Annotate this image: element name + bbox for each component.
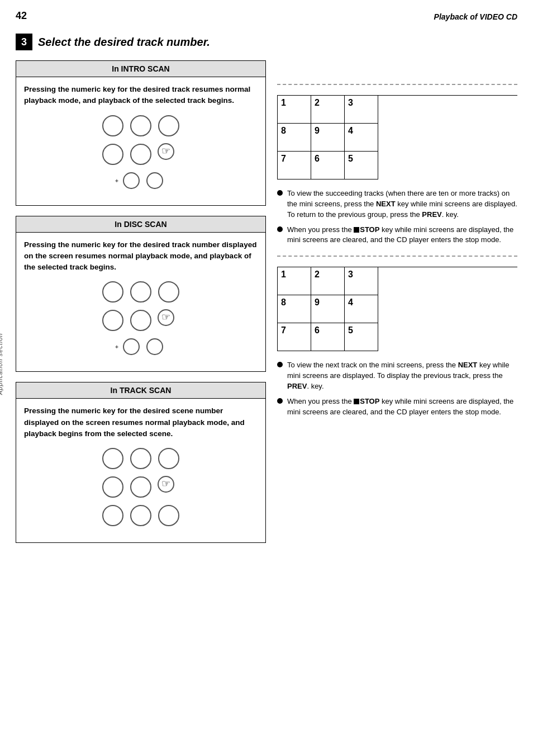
key-circle (102, 476, 123, 498)
bullet-text: When you press the STOP key while mini s… (287, 225, 517, 246)
sidebar-label: Application section (0, 333, 3, 395)
right-column: 1 2 3 8 9 4 7 6 5 To view the succeeding… (266, 34, 517, 553)
track-scan-section: In TRACK SCAN Pressing the numeric key f… (16, 382, 266, 543)
key-circle (130, 310, 151, 331)
mini-cell: 6 (311, 152, 345, 179)
disc-scan-text: Pressing the numeric key for the desired… (24, 239, 258, 273)
mini-grid-2: 1 2 3 8 9 4 7 6 5 (277, 267, 517, 351)
key-circle (158, 448, 179, 469)
left-column: 3 Select the desired track number. In IN… (16, 34, 266, 553)
track-scan-keypad: ☞ (24, 446, 258, 530)
mini-cell: 9 (311, 124, 345, 152)
bullet-item: To view the next track on the mini scree… (277, 360, 517, 392)
mini-cell: 4 (345, 295, 378, 323)
key-circle-small (146, 172, 163, 189)
dashed-separator-top (277, 84, 517, 85)
key-hand: ☞ (155, 306, 183, 334)
mini-cell: 5 (345, 152, 378, 179)
svg-text:☞: ☞ (161, 478, 170, 489)
key-circle-small (146, 338, 163, 355)
key-circle (102, 115, 123, 136)
key-circle-small (123, 172, 140, 189)
key-circle (130, 115, 151, 136)
mini-cell: 4 (345, 124, 378, 152)
mini-cell: 3 (345, 267, 378, 295)
bullet-item: When you press the STOP key while mini s… (277, 225, 517, 246)
bullet-dot (277, 362, 283, 367)
bullet-dot (277, 398, 283, 404)
key-circle-small (123, 338, 140, 355)
mini-cell: 1 (278, 267, 311, 295)
bullet-text: To view the succeeding tracks (when ther… (287, 188, 517, 220)
key-circle (158, 505, 179, 526)
step-heading: 3 Select the desired track number. (16, 34, 266, 50)
bullet-text: To view the next track on the mini scree… (287, 360, 517, 392)
key-circle (130, 448, 151, 469)
intro-scan-header: In INTRO SCAN (16, 61, 265, 77)
track-scan-body: Pressing the numeric key for the desired… (16, 399, 265, 542)
mini-cell: 3 (345, 96, 378, 124)
bullet-list-1: To view the succeeding tracks (when ther… (277, 188, 517, 245)
mini-cell: 6 (311, 323, 345, 351)
key-circle (102, 448, 123, 469)
svg-text:☞: ☞ (161, 145, 170, 157)
mini-cell: 8 (278, 295, 311, 323)
mini-cell: 7 (278, 323, 311, 351)
intro-scan-section: In INTRO SCAN Pressing the numeric key f… (16, 60, 266, 206)
key-circle (102, 144, 123, 165)
intro-scan-keypad: ☞ + (24, 114, 258, 193)
key-circle (102, 281, 123, 303)
step-badge: 3 (16, 34, 32, 50)
key-circle (102, 310, 123, 331)
mini-cell: 1 (278, 96, 311, 124)
intro-scan-body: Pressing the numeric key for the desired… (16, 77, 265, 205)
bullet-dot (277, 226, 283, 232)
key-hand: ☞ (155, 473, 183, 501)
track-scan-header: In TRACK SCAN (16, 382, 265, 399)
key-circle (158, 115, 179, 136)
svg-text:☞: ☞ (161, 311, 170, 323)
key-circle (158, 281, 179, 303)
step-title: Select the desired track number. (38, 36, 210, 49)
disc-scan-body: Pressing the numeric key for the desired… (16, 233, 265, 372)
bullet-text: When you press the STOP key while mini s… (287, 396, 517, 418)
key-circle (130, 476, 151, 498)
disc-scan-header: In DISC SCAN (16, 216, 265, 233)
intro-scan-text: Pressing the numeric key for the desired… (24, 84, 258, 107)
mini-cell: 8 (278, 124, 311, 152)
key-hand: ☞ (155, 140, 183, 168)
mini-cell: 9 (311, 295, 345, 323)
dashed-separator-mid (277, 256, 517, 257)
key-circle (102, 505, 123, 526)
disc-scan-section: In DISC SCAN Pressing the numeric key fo… (16, 216, 266, 372)
bullet-item: To view the succeeding tracks (when ther… (277, 188, 517, 220)
key-circle (130, 281, 151, 303)
plus-label: + (115, 177, 118, 184)
page-title: Playback of VIDEO CD (434, 12, 517, 21)
track-scan-text: Pressing the numeric key for the desired… (24, 405, 258, 440)
mini-grid-1: 1 2 3 8 9 4 7 6 5 (277, 95, 517, 179)
mini-cell: 7 (278, 152, 311, 179)
disc-scan-keypad: ☞ + (24, 280, 258, 359)
page-number: 42 (16, 10, 27, 22)
bullet-dot (277, 190, 283, 196)
key-circle (130, 144, 151, 165)
plus-label: + (115, 343, 118, 350)
bullet-item: When you press the STOP key while mini s… (277, 396, 517, 418)
mini-cell: 2 (311, 267, 345, 295)
bullet-list-2: To view the next track on the mini scree… (277, 360, 517, 417)
mini-cell: 2 (311, 96, 345, 124)
mini-cell: 5 (345, 323, 378, 351)
key-circle (130, 505, 151, 526)
